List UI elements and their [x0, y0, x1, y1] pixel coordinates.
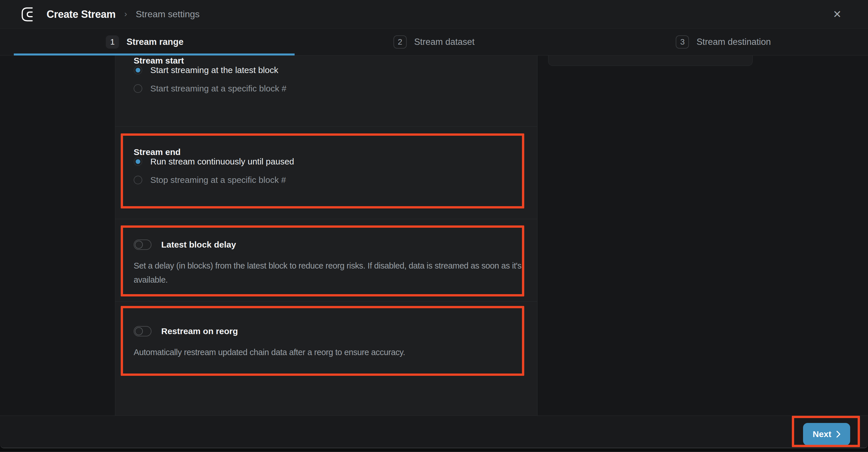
radio-checked-icon [134, 157, 142, 166]
highlight-annotation-restream-on-reorg [121, 306, 524, 376]
radio-label: Start streaming at a specific block # [150, 84, 286, 93]
tab-label: Stream destination [696, 37, 771, 47]
step-number-badge: 1 [106, 35, 119, 49]
tab-label: Stream range [126, 37, 183, 47]
section-description: Automatically restream updated chain dat… [134, 345, 527, 359]
tab-label: Stream dataset [414, 37, 474, 47]
tab-stream-destination[interactable]: 3 Stream destination [579, 29, 868, 55]
next-button[interactable]: Next [803, 423, 850, 445]
tab-stream-range[interactable]: 1 Stream range [0, 29, 289, 55]
radio-label: Run stream continuously until paused [150, 157, 294, 167]
section-description: Set a delay (in blocks) from the latest … [134, 259, 527, 287]
highlight-annotation-stream-end [121, 133, 524, 208]
close-icon[interactable]: ✕ [833, 9, 842, 20]
latest-block-delay-section: Latest block delay Set a delay (in block… [115, 219, 537, 301]
toggle-knob [135, 241, 143, 249]
stream-end-section: Stream end Run stream continuously until… [115, 126, 537, 219]
create-stream-modal: Create Stream › Stream settings ✕ 1 Stre… [0, 0, 868, 448]
toggle-off-icon[interactable] [134, 240, 152, 250]
step-number-badge: 2 [394, 35, 407, 49]
radio-stop-specific-block[interactable]: Stop streaming at a specific block # [134, 175, 519, 185]
tab-stream-dataset[interactable]: 2 Stream dataset [289, 29, 579, 55]
quicknode-logo-icon [21, 6, 38, 23]
radio-checked-icon [134, 66, 142, 74]
next-button-label: Next [812, 429, 831, 439]
section-heading: Stream end [134, 147, 519, 157]
toggle-off-icon[interactable] [134, 326, 152, 336]
active-tab-underline [14, 54, 294, 56]
stream-range-card: Stream start Start streaming at the late… [115, 56, 537, 416]
radio-start-specific-block[interactable]: Start streaming at a specific block # [134, 84, 519, 93]
radio-run-continuously[interactable]: Run stream continuously until paused [134, 157, 519, 166]
radio-label: Stop streaming at a specific block # [150, 175, 286, 185]
stream-start-section: Stream start Start streaming at the late… [115, 56, 537, 126]
summary-card-fragment [548, 56, 753, 66]
toggle-knob [135, 327, 143, 335]
radio-label: Start streaming at the latest block [150, 65, 278, 75]
radio-start-latest-block[interactable]: Start streaming at the latest block [134, 65, 519, 75]
breadcrumb: Stream settings [136, 9, 199, 20]
modal-footer: Next [0, 416, 868, 448]
page-title: Create Stream [46, 8, 116, 21]
section-heading: Stream start [134, 56, 519, 65]
restream-on-reorg-section: Restream on reorg Automatically restream… [115, 301, 537, 385]
settings-scroll-area[interactable]: Stream start Start streaming at the late… [0, 56, 868, 416]
step-number-badge: 3 [676, 35, 689, 49]
radio-unchecked-icon [134, 84, 142, 93]
wizard-stepper: 1 Stream range 2 Stream dataset 3 Stream… [0, 29, 868, 56]
toggle-label: Restream on reorg [161, 326, 238, 336]
breadcrumb-chevron-icon: › [124, 9, 127, 19]
toggle-label: Latest block delay [161, 240, 236, 249]
latest-block-delay-toggle-row[interactable]: Latest block delay [134, 239, 519, 251]
modal-header: Create Stream › Stream settings ✕ [0, 0, 868, 29]
radio-unchecked-icon [134, 176, 142, 184]
restream-on-reorg-toggle-row[interactable]: Restream on reorg [134, 325, 519, 337]
chevron-right-icon [836, 430, 841, 438]
